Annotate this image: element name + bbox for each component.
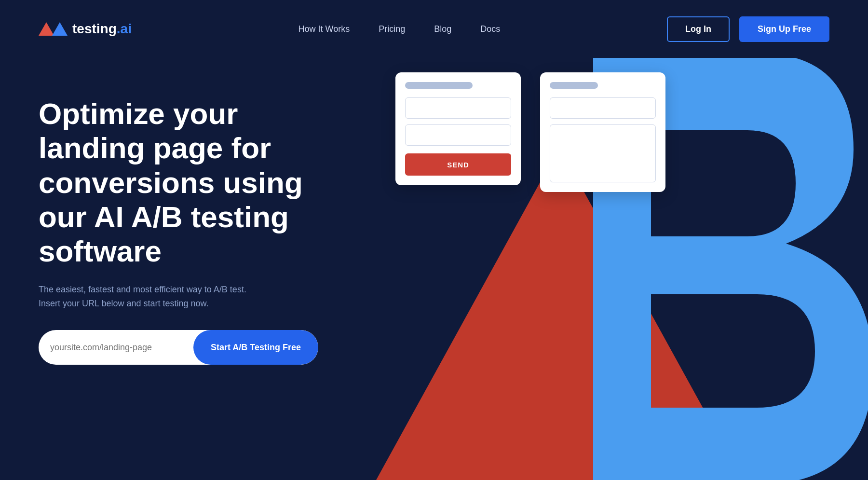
- hero-illustration: SEND: [338, 58, 868, 480]
- logo-icon: [39, 22, 68, 36]
- card-a-field-2: [405, 124, 511, 146]
- card-b-field-1: [550, 97, 656, 119]
- nav-link-how-it-works[interactable]: How It Works: [298, 24, 350, 34]
- hero-left: Optimize your landing page for conversio…: [39, 87, 318, 365]
- nav-link-docs[interactable]: Docs: [480, 24, 500, 34]
- hero-subtitle: The easiest, fastest and most efficient …: [39, 283, 270, 311]
- card-a-header-bar: [405, 82, 473, 89]
- cta-button[interactable]: Start A/B Testing Free: [193, 330, 318, 365]
- logo-triangle-b: [52, 22, 68, 36]
- card-a: SEND: [395, 72, 521, 185]
- nav-links: How It Works Pricing Blog Docs: [298, 24, 501, 34]
- logo[interactable]: testing.ai: [39, 21, 132, 37]
- hero-title: Optimize your landing page for conversio…: [39, 96, 318, 268]
- hero-cta-form: Start A/B Testing Free: [39, 330, 318, 365]
- nav-link-blog[interactable]: Blog: [434, 24, 451, 34]
- nav-link-pricing[interactable]: Pricing: [379, 24, 405, 34]
- login-button[interactable]: Log In: [667, 16, 730, 42]
- card-b-header-bar: [550, 82, 598, 89]
- hero-section: Optimize your landing page for conversio…: [0, 58, 868, 480]
- card-a-field-1: [405, 97, 511, 119]
- card-b-content-area: [550, 124, 656, 182]
- signup-button[interactable]: Sign Up Free: [739, 16, 829, 42]
- card-b: [540, 72, 665, 192]
- navbar: testing.ai How It Works Pricing Blog Doc…: [0, 0, 868, 58]
- logo-text: testing.ai: [72, 21, 132, 37]
- url-input[interactable]: [50, 343, 193, 353]
- nav-actions: Log In Sign Up Free: [667, 16, 829, 42]
- card-a-send-button[interactable]: SEND: [405, 153, 511, 176]
